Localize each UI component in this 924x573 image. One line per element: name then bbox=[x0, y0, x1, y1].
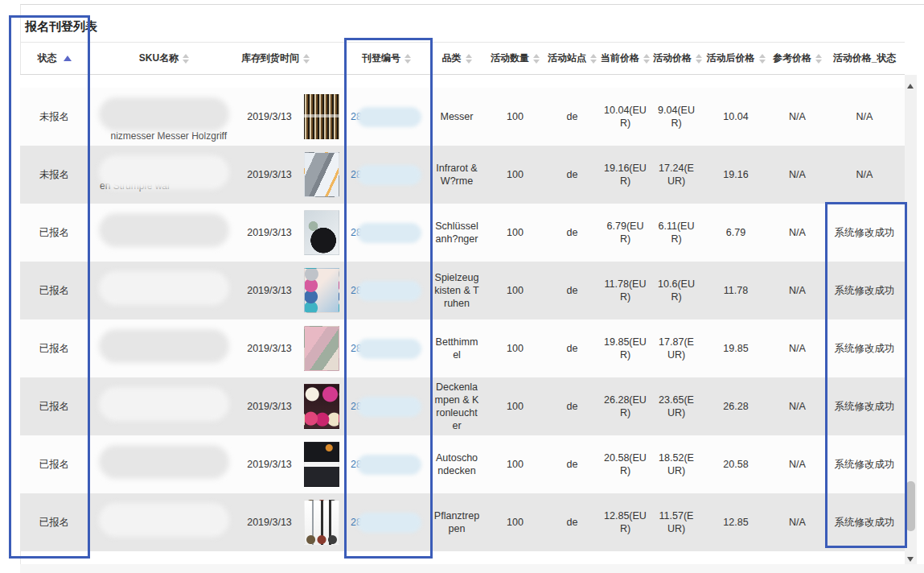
activity_price-cell: 6.11(EUR) bbox=[651, 204, 701, 262]
redacted-listing-id-blur bbox=[357, 339, 421, 359]
table-row: 已报名2019/3/1328Schlüsselanh?nger100de6.79… bbox=[20, 204, 905, 262]
activity_price-cell: 17.87(EUR) bbox=[651, 319, 701, 377]
current_price-cell: 20.58(EUR) bbox=[599, 435, 651, 493]
column-header-current_price[interactable]: 当前价格 bbox=[599, 43, 651, 75]
redacted-listing-id-blur bbox=[357, 107, 421, 127]
ref_price-cell: N/A bbox=[770, 146, 824, 204]
listing-id-wrap: 28 bbox=[349, 107, 424, 127]
vertical-scrollbar[interactable] bbox=[905, 75, 917, 567]
redacted-sku-blur bbox=[99, 329, 229, 363]
sku-cell bbox=[88, 377, 240, 435]
qty-cell: 100 bbox=[485, 262, 545, 319]
site-cell: de bbox=[545, 319, 599, 377]
column-header-sku[interactable]: SKU名称 bbox=[88, 43, 240, 75]
column-header-label: 活动数量 bbox=[491, 52, 529, 65]
table-row: 已报名2019/3/1328Deckenlampen & Kronleuchte… bbox=[20, 377, 905, 435]
column-header-category[interactable]: 品类 bbox=[429, 43, 485, 75]
post_price-cell: 19.85 bbox=[701, 319, 770, 377]
image-cell bbox=[299, 493, 344, 551]
sort-icon bbox=[405, 54, 411, 64]
redacted-sku-blur bbox=[99, 97, 229, 131]
image-cell bbox=[299, 88, 344, 146]
price_status-cell: 系统修改成功 bbox=[824, 262, 905, 319]
redacted-sku-blur bbox=[99, 271, 229, 305]
qty-cell: 100 bbox=[485, 204, 545, 262]
column-header-post_price[interactable]: 活动后价格 bbox=[701, 43, 770, 75]
price_status-cell: 系统修改成功 bbox=[824, 377, 905, 435]
sort-down-arrow-icon bbox=[533, 60, 540, 64]
status-cell: 已报名 bbox=[20, 435, 88, 493]
stock_date-cell: 2019/3/13 bbox=[240, 377, 299, 435]
stock_date-cell: 2019/3/13 bbox=[240, 319, 299, 377]
sort-up-arrow-icon bbox=[405, 54, 411, 58]
activity_price-cell: 10.6(EUR) bbox=[651, 262, 701, 319]
listing-id-wrap: 28 bbox=[349, 223, 424, 243]
redacted-sku-blur bbox=[99, 213, 229, 247]
sku-cell: nizmesser Messer Holzgriff bbox=[88, 88, 240, 146]
sort-down-arrow-icon bbox=[183, 60, 189, 64]
product-thumbnail bbox=[304, 384, 339, 429]
sort-icon bbox=[590, 54, 597, 64]
column-header-qty[interactable]: 活动数量 bbox=[485, 43, 545, 75]
price_status-cell: 系统修改成功 bbox=[824, 319, 905, 377]
qty-cell: 100 bbox=[485, 319, 545, 377]
sort-up-arrow-icon bbox=[183, 54, 189, 58]
product-thumbnail bbox=[304, 500, 339, 545]
table-row: 未报名nizmesser Messer Holzgriff2019/3/1328… bbox=[20, 88, 905, 146]
sort-icon bbox=[466, 54, 472, 64]
category-cell: Deckenlampen & Kronleuchter bbox=[429, 377, 485, 435]
sort-up-arrow-icon bbox=[815, 54, 822, 58]
column-header-label: 库存到货时间 bbox=[241, 52, 299, 65]
status-cell: 已报名 bbox=[20, 262, 88, 319]
sort-icon bbox=[759, 54, 766, 64]
product-thumbnail bbox=[304, 94, 339, 139]
post_price-cell: 10.04 bbox=[701, 88, 770, 146]
category-cell: Infrarot & W?rme bbox=[429, 146, 485, 204]
image-cell bbox=[299, 319, 344, 377]
listing-id-wrap: 28 bbox=[349, 513, 424, 533]
column-header-status[interactable]: 状态 bbox=[20, 43, 88, 75]
sort-icon bbox=[643, 54, 650, 64]
column-header-activity_price[interactable]: 活动价格 bbox=[651, 43, 701, 75]
sort-up-arrow-icon bbox=[590, 54, 597, 58]
column-header-site[interactable]: 活动站点 bbox=[545, 43, 599, 75]
category-cell: Schlüsselanh?nger bbox=[429, 204, 485, 262]
ref_price-cell: N/A bbox=[770, 493, 824, 551]
sort-icon bbox=[815, 54, 822, 64]
status-cell: 已报名 bbox=[20, 319, 88, 377]
table-header-row: 状态SKU名称库存到货时间刊登编号品类活动数量活动站点当前价格活动价格活动后价格… bbox=[20, 43, 905, 75]
stock_date-cell: 2019/3/13 bbox=[240, 435, 299, 493]
sku-cell bbox=[88, 262, 240, 319]
redacted-listing-id-blur bbox=[357, 223, 421, 243]
qty-cell: 100 bbox=[485, 435, 545, 493]
image-cell bbox=[299, 377, 344, 435]
column-header-ref_price[interactable]: 参考价格 bbox=[770, 43, 824, 75]
horizontal-scrollbar-track[interactable] bbox=[20, 564, 924, 573]
listing_id-cell: 28 bbox=[344, 319, 429, 377]
listing-id-wrap: 28 bbox=[349, 281, 424, 301]
qty-cell: 100 bbox=[485, 377, 545, 435]
category-cell: Betthimmel bbox=[429, 319, 485, 377]
listing-id-wrap: 28 bbox=[349, 339, 424, 359]
column-header-label: 活动站点 bbox=[548, 52, 586, 65]
price_status-cell: N/A bbox=[824, 88, 905, 146]
site-cell: de bbox=[545, 88, 599, 146]
activity_price-cell: 9.04(EUR) bbox=[651, 88, 701, 146]
scroll-up-icon[interactable] bbox=[907, 84, 914, 89]
site-cell: de bbox=[545, 435, 599, 493]
scroll-down-icon[interactable] bbox=[907, 557, 914, 562]
sort-down-arrow-icon bbox=[303, 60, 310, 64]
column-header-price_status[interactable]: 活动价格_状态 bbox=[824, 43, 905, 75]
product-thumbnail bbox=[304, 210, 339, 255]
column-header-label: 活动价格_状态 bbox=[833, 52, 897, 65]
sort-icon bbox=[533, 54, 540, 64]
post_price-cell: 12.85 bbox=[701, 493, 770, 551]
scrollbar-thumb[interactable] bbox=[906, 481, 915, 531]
price_status-cell: 系统修改成功 bbox=[824, 435, 905, 493]
column-header-listing_id[interactable]: 刊登编号 bbox=[344, 43, 429, 75]
column-header-stock_date[interactable]: 库存到货时间 bbox=[240, 43, 299, 75]
status-cell: 未报名 bbox=[20, 88, 88, 146]
table-row: 已报名2019/3/1328Betthimmel100de19.85(EUR)1… bbox=[20, 319, 905, 377]
site-cell: de bbox=[545, 377, 599, 435]
activity_price-cell: 17.24(EUR) bbox=[651, 146, 701, 204]
